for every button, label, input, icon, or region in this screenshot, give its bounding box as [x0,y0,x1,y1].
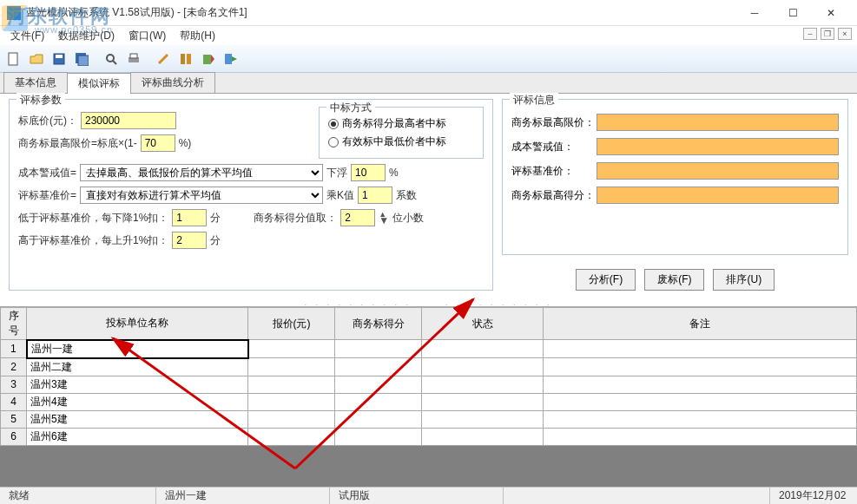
cell-price[interactable] [248,340,335,358]
cell-price[interactable] [248,428,335,445]
analyze-button[interactable]: 分析(F) [576,269,636,291]
cell-status[interactable] [422,358,544,376]
eval-base-label: 评标基准价= [18,188,76,203]
info-cost-warn-label: 成本警戒值： [511,140,591,154]
cell-score[interactable] [335,340,422,358]
col-price[interactable]: 报价(元) [248,308,335,340]
svg-rect-12 [225,54,232,64]
exit-icon[interactable] [221,49,241,69]
cell-price[interactable] [248,410,335,428]
cell-name[interactable]: 温州二建 [27,358,248,376]
info-eval-base-value[interactable] [597,162,839,180]
table-row[interactable]: 1 温州一建 [1,340,857,358]
below-base-unit: 分 [210,211,221,226]
cost-warn-float-input[interactable] [351,164,386,181]
cell-name[interactable]: 温州一建 [27,340,248,358]
table-row[interactable]: 6 温州6建 [1,428,857,445]
cell-status[interactable] [422,410,544,428]
cell-remark[interactable] [544,340,857,358]
tab-basic-info[interactable]: 基本信息 [3,72,68,93]
cell-status[interactable] [422,393,544,410]
col-remark[interactable]: 备注 [544,308,857,340]
cell-score[interactable] [335,376,422,393]
info-group: 评标信息 商务标最高限价： 成本警戒值： 评标基准价： 商务标最高得分： [502,99,848,255]
cell-status[interactable] [422,340,544,358]
cell-name[interactable]: 温州6建 [27,428,248,445]
menu-help[interactable]: 帮助(H) [175,27,221,45]
table-row[interactable]: 5 温州5建 [1,410,857,428]
maximize-button[interactable]: ☐ [774,1,812,25]
cell-price[interactable] [248,393,335,410]
save-icon[interactable] [49,49,69,69]
menu-window[interactable]: 窗口(W) [123,27,171,45]
tool2-icon[interactable] [175,49,196,69]
info-max-limit-value[interactable] [597,114,839,131]
max-limit-input[interactable] [141,134,175,152]
table-row[interactable]: 4 温州4建 [1,393,857,410]
table-row[interactable]: 3 温州3建 [1,376,857,393]
info-max-score-value[interactable] [597,187,839,204]
status-bar: 就绪 温州一建 试用版 2019年12月02 [0,487,857,504]
cell-status[interactable] [422,376,544,393]
preview-icon[interactable] [101,49,122,69]
discard-button[interactable]: 废标(F) [644,269,704,291]
close-button[interactable]: ✕ [812,1,850,25]
eval-base-select[interactable]: 直接对有效标进行算术平均值 [80,187,323,204]
doc-restore-button[interactable]: ❐ [821,28,834,40]
cell-name[interactable]: 温州5建 [27,410,248,428]
splitter-handle[interactable]: . . . . . . . . . . . . . . . . . . . . [0,299,857,306]
cell-remark[interactable] [544,393,857,410]
radio-highest-score[interactable]: 商务标得分最高者中标 [328,116,474,131]
cell-name[interactable]: 温州3建 [27,376,248,393]
sort-button[interactable]: 排序(U) [713,269,775,291]
menu-file[interactable]: 文件(F) [5,27,49,45]
svg-rect-4 [78,56,89,66]
below-base-input[interactable] [172,209,207,226]
col-status[interactable]: 状态 [422,308,544,340]
cost-warn-select[interactable]: 去掉最高、最低报价后的算术平均值 [80,164,323,181]
bidders-grid: 序号 投标单位名称 报价(元) 商务标得分 状态 备注 1 温州一建 2 温州二… [0,306,857,487]
table-row[interactable]: 2 温州二建 [1,358,857,376]
below-base-label: 低于评标基准价，每下降1%扣： [18,211,168,226]
cell-remark[interactable] [544,410,857,428]
info-max-score-label: 商务标最高得分： [511,188,591,203]
print-icon[interactable] [123,49,144,69]
above-base-input[interactable] [172,232,207,249]
svg-line-6 [113,61,116,64]
eval-base-mult-input[interactable] [358,187,392,204]
tab-simulate[interactable]: 模似评标 [67,73,131,94]
cell-score[interactable] [335,358,422,376]
spinner-icon[interactable]: ▲▼ [379,212,389,224]
cell-price[interactable] [248,358,335,376]
cell-score[interactable] [335,428,422,445]
new-icon[interactable] [3,49,24,69]
svg-rect-2 [56,55,63,58]
col-seq[interactable]: 序号 [1,308,27,340]
saveas-icon[interactable] [71,49,92,69]
col-score[interactable]: 商务标得分 [335,308,422,340]
window-title: 蓝光模拟评标系统 V1.58试用版) - [未命名文件1] [26,5,735,20]
doc-close-button[interactable]: × [838,28,852,40]
menu-data[interactable]: 数据维护(D) [53,27,120,45]
info-cost-warn-value[interactable] [597,138,839,155]
base-price-input[interactable] [81,112,176,129]
eval-base-coef: 系数 [396,188,417,203]
tool3-icon[interactable] [198,49,219,69]
cell-price[interactable] [248,376,335,393]
radio-lowest-price[interactable]: 有效标中最低价者中标 [328,134,474,149]
minimize-button[interactable]: ─ [735,1,774,25]
cell-remark[interactable] [544,428,857,445]
cell-remark[interactable] [544,358,857,376]
info-group-title: 评标信息 [510,93,558,108]
cell-name[interactable]: 温州4建 [27,393,248,410]
cell-score[interactable] [335,393,422,410]
cell-score[interactable] [335,410,422,428]
col-name[interactable]: 投标单位名称 [27,308,248,340]
open-icon[interactable] [26,49,47,69]
tool1-icon[interactable] [153,49,174,69]
tab-curve[interactable]: 评标曲线分析 [130,72,215,93]
cell-remark[interactable] [544,376,857,393]
cell-status[interactable] [422,428,544,445]
score-decimal-input[interactable] [340,209,375,226]
doc-minimize-button[interactable]: – [803,28,817,40]
